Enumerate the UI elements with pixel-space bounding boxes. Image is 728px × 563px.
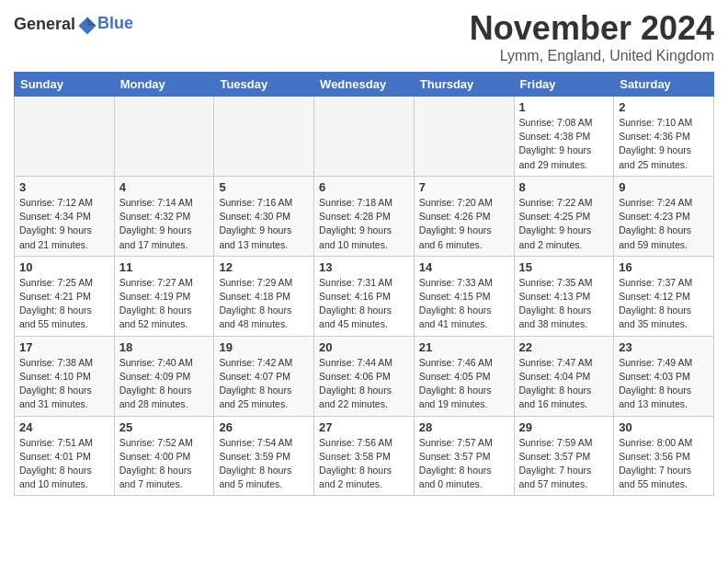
calendar-cell — [214, 97, 314, 177]
weekday-header-friday: Friday — [514, 73, 614, 97]
day-info: Sunrise: 7:12 AM Sunset: 4:34 PM Dayligh… — [19, 196, 109, 252]
calendar-cell: 9Sunrise: 7:24 AM Sunset: 4:23 PM Daylig… — [614, 176, 714, 256]
day-info: Sunrise: 7:16 AM Sunset: 4:30 PM Dayligh… — [219, 196, 309, 252]
day-info: Sunrise: 7:35 AM Sunset: 4:13 PM Dayligh… — [519, 276, 609, 332]
day-number: 25 — [119, 420, 210, 434]
weekday-header-monday: Monday — [114, 73, 214, 97]
weekday-header-thursday: Thursday — [414, 73, 514, 97]
month-title: November 2024 — [470, 9, 714, 48]
calendar-cell: 26Sunrise: 7:54 AM Sunset: 3:59 PM Dayli… — [214, 416, 314, 496]
day-info: Sunrise: 7:08 AM Sunset: 4:38 PM Dayligh… — [519, 116, 609, 172]
calendar-cell: 11Sunrise: 7:27 AM Sunset: 4:19 PM Dayli… — [114, 256, 214, 336]
logo-general: General — [14, 15, 75, 33]
day-info: Sunrise: 7:29 AM Sunset: 4:18 PM Dayligh… — [219, 276, 309, 332]
calendar-cell: 4Sunrise: 7:14 AM Sunset: 4:32 PM Daylig… — [114, 176, 214, 256]
day-info: Sunrise: 7:59 AM Sunset: 3:57 PM Dayligh… — [519, 436, 609, 492]
day-number: 18 — [119, 340, 210, 354]
calendar-cell: 15Sunrise: 7:35 AM Sunset: 4:13 PM Dayli… — [514, 256, 614, 336]
day-number: 1 — [519, 100, 609, 114]
day-info: Sunrise: 7:27 AM Sunset: 4:19 PM Dayligh… — [119, 276, 210, 332]
day-info: Sunrise: 7:31 AM Sunset: 4:16 PM Dayligh… — [319, 276, 409, 332]
calendar-cell: 18Sunrise: 7:40 AM Sunset: 4:09 PM Dayli… — [114, 336, 214, 416]
day-number: 23 — [619, 340, 709, 354]
day-number: 14 — [419, 260, 509, 274]
day-info: Sunrise: 7:56 AM Sunset: 3:58 PM Dayligh… — [319, 436, 409, 492]
calendar-cell: 25Sunrise: 7:52 AM Sunset: 4:00 PM Dayli… — [114, 416, 214, 496]
day-info: Sunrise: 7:20 AM Sunset: 4:26 PM Dayligh… — [419, 196, 509, 252]
day-info: Sunrise: 7:22 AM Sunset: 4:25 PM Dayligh… — [519, 196, 609, 252]
day-number: 5 — [219, 180, 309, 194]
day-info: Sunrise: 7:25 AM Sunset: 4:21 PM Dayligh… — [19, 276, 109, 332]
day-info: Sunrise: 7:46 AM Sunset: 4:05 PM Dayligh… — [419, 356, 509, 412]
weekday-header-saturday: Saturday — [614, 73, 714, 97]
logo-blue-text: Blue — [97, 14, 133, 33]
calendar-cell: 7Sunrise: 7:20 AM Sunset: 4:26 PM Daylig… — [414, 176, 514, 256]
calendar-cell: 14Sunrise: 7:33 AM Sunset: 4:15 PM Dayli… — [414, 256, 514, 336]
calendar-cell: 27Sunrise: 7:56 AM Sunset: 3:58 PM Dayli… — [314, 416, 415, 496]
calendar-cell: 3Sunrise: 7:12 AM Sunset: 4:34 PM Daylig… — [15, 176, 115, 256]
day-number: 24 — [19, 420, 109, 434]
logo-general-text: General — [14, 15, 97, 36]
day-number: 16 — [619, 260, 709, 274]
day-info: Sunrise: 7:47 AM Sunset: 4:04 PM Dayligh… — [519, 356, 609, 412]
day-info: Sunrise: 7:37 AM Sunset: 4:12 PM Dayligh… — [619, 276, 709, 332]
calendar-cell: 30Sunrise: 8:00 AM Sunset: 3:56 PM Dayli… — [614, 416, 714, 496]
calendar-cell: 22Sunrise: 7:47 AM Sunset: 4:04 PM Dayli… — [514, 336, 614, 416]
calendar-cell: 2Sunrise: 7:10 AM Sunset: 4:36 PM Daylig… — [614, 97, 714, 177]
day-number: 20 — [319, 340, 409, 354]
day-number: 9 — [619, 180, 709, 194]
week-row-1: 1Sunrise: 7:08 AM Sunset: 4:38 PM Daylig… — [15, 97, 714, 177]
day-info: Sunrise: 7:33 AM Sunset: 4:15 PM Dayligh… — [419, 276, 509, 332]
week-row-5: 24Sunrise: 7:51 AM Sunset: 4:01 PM Dayli… — [15, 416, 714, 496]
day-info: Sunrise: 7:49 AM Sunset: 4:03 PM Dayligh… — [619, 356, 709, 412]
calendar-cell: 5Sunrise: 7:16 AM Sunset: 4:30 PM Daylig… — [214, 176, 314, 256]
calendar-cell: 21Sunrise: 7:46 AM Sunset: 4:05 PM Dayli… — [414, 336, 514, 416]
day-number: 8 — [519, 180, 609, 194]
day-number: 22 — [519, 340, 609, 354]
day-number: 21 — [419, 340, 509, 354]
day-info: Sunrise: 7:44 AM Sunset: 4:06 PM Dayligh… — [319, 356, 409, 412]
day-number: 15 — [519, 260, 609, 274]
day-number: 2 — [619, 100, 709, 114]
week-row-3: 10Sunrise: 7:25 AM Sunset: 4:21 PM Dayli… — [15, 256, 714, 336]
day-info: Sunrise: 7:40 AM Sunset: 4:09 PM Dayligh… — [119, 356, 210, 412]
weekday-header-sunday: Sunday — [15, 73, 115, 97]
day-number: 11 — [119, 260, 210, 274]
weekday-header-wednesday: Wednesday — [314, 73, 415, 97]
day-info: Sunrise: 7:24 AM Sunset: 4:23 PM Dayligh… — [619, 196, 709, 252]
svg-marker-1 — [87, 17, 97, 26]
day-info: Sunrise: 7:52 AM Sunset: 4:00 PM Dayligh… — [119, 436, 210, 492]
calendar-cell: 1Sunrise: 7:08 AM Sunset: 4:38 PM Daylig… — [514, 97, 614, 177]
week-row-4: 17Sunrise: 7:38 AM Sunset: 4:10 PM Dayli… — [15, 336, 714, 416]
weekday-header-row: SundayMondayTuesdayWednesdayThursdayFrid… — [15, 73, 714, 97]
location-title: Lymm, England, United Kingdom — [470, 48, 714, 64]
week-row-2: 3Sunrise: 7:12 AM Sunset: 4:34 PM Daylig… — [15, 176, 714, 256]
calendar-cell: 10Sunrise: 7:25 AM Sunset: 4:21 PM Dayli… — [15, 256, 115, 336]
day-info: Sunrise: 7:57 AM Sunset: 3:57 PM Dayligh… — [419, 436, 509, 492]
day-number: 27 — [319, 420, 409, 434]
calendar-cell: 24Sunrise: 7:51 AM Sunset: 4:01 PM Dayli… — [15, 416, 115, 496]
logo: General Blue — [14, 15, 133, 36]
weekday-header-tuesday: Tuesday — [214, 73, 314, 97]
calendar-cell: 13Sunrise: 7:31 AM Sunset: 4:16 PM Dayli… — [314, 256, 415, 336]
day-info: Sunrise: 7:10 AM Sunset: 4:36 PM Dayligh… — [619, 116, 709, 172]
day-info: Sunrise: 7:54 AM Sunset: 3:59 PM Dayligh… — [219, 436, 309, 492]
calendar-cell: 29Sunrise: 7:59 AM Sunset: 3:57 PM Dayli… — [514, 416, 614, 496]
day-number: 29 — [519, 420, 609, 434]
calendar-cell: 12Sunrise: 7:29 AM Sunset: 4:18 PM Dayli… — [214, 256, 314, 336]
calendar-cell: 8Sunrise: 7:22 AM Sunset: 4:25 PM Daylig… — [514, 176, 614, 256]
day-info: Sunrise: 7:14 AM Sunset: 4:32 PM Dayligh… — [119, 196, 210, 252]
calendar-cell — [414, 97, 514, 177]
calendar-cell: 28Sunrise: 7:57 AM Sunset: 3:57 PM Dayli… — [414, 416, 514, 496]
day-number: 3 — [19, 180, 109, 194]
day-number: 12 — [219, 260, 309, 274]
day-info: Sunrise: 7:42 AM Sunset: 4:07 PM Dayligh… — [219, 356, 309, 412]
day-number: 4 — [119, 180, 210, 194]
title-area: November 2024 Lymm, England, United King… — [470, 9, 714, 64]
calendar-cell: 23Sunrise: 7:49 AM Sunset: 4:03 PM Dayli… — [614, 336, 714, 416]
day-number: 28 — [419, 420, 509, 434]
calendar-cell: 20Sunrise: 7:44 AM Sunset: 4:06 PM Dayli… — [314, 336, 415, 416]
day-info: Sunrise: 7:38 AM Sunset: 4:10 PM Dayligh… — [19, 356, 109, 412]
calendar-cell: 17Sunrise: 7:38 AM Sunset: 4:10 PM Dayli… — [15, 336, 115, 416]
day-info: Sunrise: 8:00 AM Sunset: 3:56 PM Dayligh… — [619, 436, 709, 492]
